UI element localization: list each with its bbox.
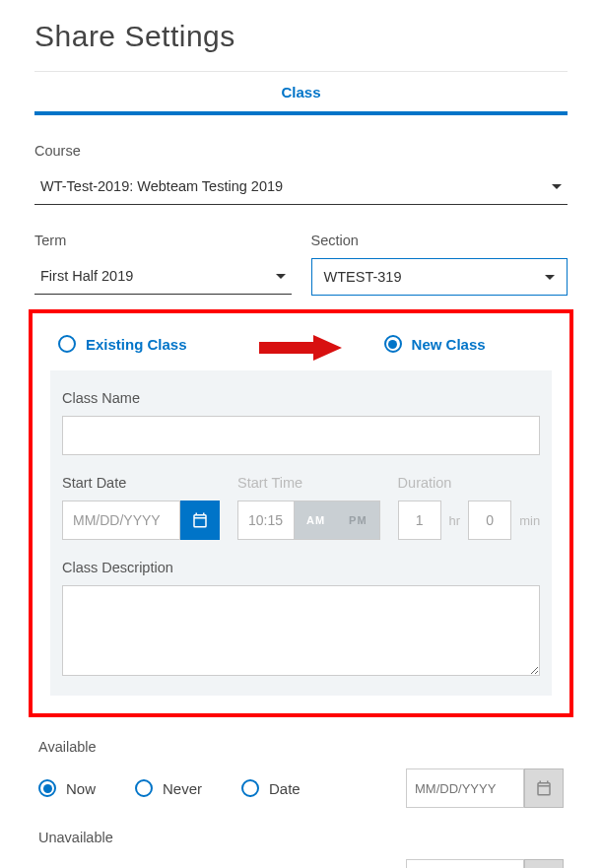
available-date-picker-button[interactable] xyxy=(524,768,564,808)
duration-hr-input[interactable] xyxy=(398,501,441,540)
radio-label: New Class xyxy=(412,336,486,353)
calendar-icon xyxy=(535,779,553,797)
class-description-input[interactable] xyxy=(62,585,540,676)
term-field: Term First Half 2019 xyxy=(34,233,292,296)
radio-new-class[interactable]: New Class xyxy=(384,335,486,353)
chevron-down-icon xyxy=(276,274,286,279)
course-label: Course xyxy=(34,143,568,159)
section-field: Section WTEST-319 xyxy=(311,233,569,296)
unavailable-date-input[interactable] xyxy=(406,859,524,868)
unavailable-date-picker-button[interactable] xyxy=(524,859,564,868)
duration-min-input[interactable] xyxy=(468,501,511,540)
tab-bar: Class xyxy=(34,72,568,115)
start-date-picker-button[interactable] xyxy=(180,501,220,540)
duration-label: Duration xyxy=(398,475,541,491)
min-unit: min xyxy=(519,513,540,528)
chevron-down-icon xyxy=(552,184,562,189)
radio-icon xyxy=(135,779,153,797)
radio-label: Date xyxy=(269,780,301,797)
term-label: Term xyxy=(34,233,292,248)
radio-label: Existing Class xyxy=(86,336,187,353)
start-time-label: Start Time xyxy=(237,475,380,491)
page-title: Share Settings xyxy=(34,20,568,53)
am-option[interactable]: AM xyxy=(295,501,337,539)
calendar-icon xyxy=(191,511,209,529)
radio-icon xyxy=(241,779,259,797)
radio-existing-class[interactable]: Existing Class xyxy=(58,335,187,353)
annotation-highlight: Existing Class New Class Class Name Star… xyxy=(29,309,573,717)
available-radio-date[interactable]: Date xyxy=(241,779,301,797)
tab-class[interactable]: Class xyxy=(281,84,320,100)
radio-label: Never xyxy=(163,780,202,797)
available-radio-now[interactable]: Now xyxy=(38,779,96,797)
available-date-input[interactable] xyxy=(406,768,524,808)
svg-marker-0 xyxy=(259,335,342,361)
ampm-toggle[interactable]: AM PM xyxy=(295,501,380,540)
course-field: Course WT-Test-2019: Webteam Testing 201… xyxy=(34,143,568,205)
course-select[interactable]: WT-Test-2019: Webteam Testing 2019 xyxy=(34,168,568,205)
term-value: First Half 2019 xyxy=(40,268,133,284)
available-label: Available xyxy=(38,739,564,755)
section-select[interactable]: WTEST-319 xyxy=(311,258,569,296)
radio-icon xyxy=(58,335,76,353)
class-name-label: Class Name xyxy=(62,390,540,406)
radio-icon xyxy=(384,335,402,353)
section-value: WTEST-319 xyxy=(324,269,402,285)
unavailable-label: Unavailable xyxy=(38,830,564,845)
radio-label: Now xyxy=(66,780,96,797)
start-date-label: Start Date xyxy=(62,475,220,491)
class-name-input[interactable] xyxy=(62,416,540,455)
start-time-input[interactable] xyxy=(237,501,295,540)
annotation-arrow-icon xyxy=(259,335,342,361)
start-date-input[interactable] xyxy=(62,501,180,540)
chevron-down-icon xyxy=(545,275,555,280)
class-description-label: Class Description xyxy=(62,560,540,575)
term-select[interactable]: First Half 2019 xyxy=(34,258,292,295)
section-label: Section xyxy=(311,233,569,248)
course-value: WT-Test-2019: Webteam Testing 2019 xyxy=(40,178,283,194)
hr-unit: hr xyxy=(449,513,461,528)
available-radio-never[interactable]: Never xyxy=(135,779,202,797)
radio-icon xyxy=(38,779,56,797)
new-class-panel: Class Name Start Date Start Time xyxy=(50,370,552,696)
pm-option[interactable]: PM xyxy=(337,501,379,539)
